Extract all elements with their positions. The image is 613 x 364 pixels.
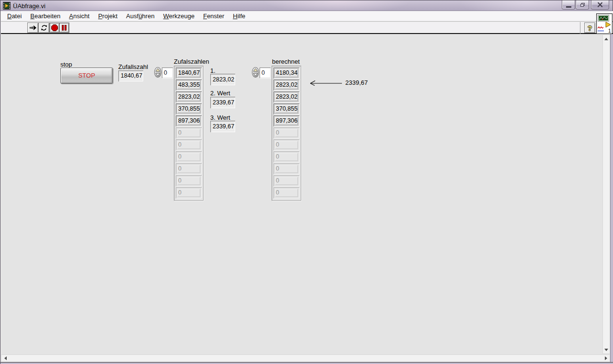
annotation-value: 2339,67: [345, 79, 368, 86]
array-element: 2823,02: [273, 91, 299, 102]
array-element: 2823,02: [176, 91, 202, 102]
wert2-indicator: 2339,67: [210, 97, 235, 108]
menu-item-datei[interactable]: Datei: [3, 11, 26, 21]
window-bottom-frame: [0, 362, 613, 364]
array-element: 370,855: [176, 103, 202, 114]
context-help-button[interactable]: ?: [584, 23, 595, 33]
zufallszahl-indicator: 1840,67: [118, 70, 143, 81]
front-panel: stop STOP Zufallszahl 1840,67 0 Zufalsza…: [1, 34, 602, 354]
window-right-frame: [610, 34, 613, 362]
toolbar: ?: [1, 22, 613, 34]
berechnet-index-field[interactable]: 0: [260, 68, 271, 78]
close-icon: [598, 2, 603, 8]
menu-item-hilfe[interactable]: Hilfe: [228, 11, 250, 21]
wert3-label: 3. Wert: [210, 114, 230, 121]
abort-pause-group: [49, 23, 69, 33]
zufalszahlen-label: Zufalszahlen: [174, 58, 209, 65]
array-element: 0: [273, 139, 299, 150]
vertical-scrollbar[interactable]: [602, 34, 610, 354]
toolbar-separator: [580, 22, 580, 34]
minimize-button[interactable]: [562, 0, 575, 10]
array-element: 1840,67: [176, 68, 202, 79]
berechnet-label: berechnet: [272, 58, 300, 65]
array-element: 0: [176, 151, 202, 162]
scroll-right-icon[interactable]: [602, 355, 609, 362]
spinner-arrows-icon: [155, 68, 161, 77]
horizontal-scrollbar[interactable]: [1, 354, 610, 362]
array-element: 897,306: [176, 115, 202, 126]
title-bar: ÜAbfrage.vi: [0, 0, 613, 11]
wert2-label: 2. Wert: [210, 90, 230, 97]
abort-icon: [51, 24, 58, 32]
array-element: 483,355: [176, 80, 202, 91]
menu-item-werkzeuge[interactable]: Werkzeuge: [159, 11, 199, 21]
menu-item-ansicht[interactable]: Ansicht: [65, 11, 94, 21]
berechnet-index-spinner[interactable]: [252, 67, 259, 78]
minimize-icon: [566, 6, 571, 8]
zufalszahlen-index-spinner[interactable]: [154, 67, 161, 78]
vi-icon-number-glyph: 1: [608, 28, 611, 34]
restore-button[interactable]: [576, 0, 589, 10]
wert3-indicator: 2339,67: [210, 121, 235, 132]
array-element: 0: [273, 151, 299, 162]
labview-app-icon: [3, 2, 11, 10]
run-icon: [29, 24, 37, 32]
spinner-arrows-icon: [252, 68, 259, 77]
wert1-indicator: 2823,02: [210, 74, 235, 85]
menu-bar: Datei Bearbeiten Ansicht Projekt Ausführ…: [1, 11, 613, 22]
array-element: 0: [273, 127, 299, 138]
array-element: 0: [176, 127, 202, 138]
menu-item-projekt[interactable]: Projekt: [94, 11, 122, 21]
array-element: 0: [273, 175, 299, 186]
array-element: 2823,02: [273, 80, 299, 91]
array-element: 0: [273, 163, 299, 174]
array-element: 0: [273, 187, 299, 198]
array-element: 0: [176, 163, 202, 174]
scroll-down-icon[interactable]: [603, 346, 610, 353]
annotation-arrow-icon: [307, 79, 344, 88]
vi-icon-graphic: 1: [597, 14, 612, 34]
array-element: 0: [176, 187, 202, 198]
berechnet-array: 4180,34 2823,02 2823,02 370,855 897,306 …: [272, 66, 301, 201]
abort-button[interactable]: [50, 23, 59, 33]
array-element: 897,306: [273, 115, 299, 126]
array-element: 0: [176, 175, 202, 186]
zufalszahlen-index-field[interactable]: 0: [162, 68, 173, 78]
zufallszahl-label: Zufallszahl: [118, 63, 148, 70]
stop-control-button[interactable]: STOP: [60, 68, 113, 84]
menu-item-fenster[interactable]: Fenster: [199, 11, 228, 21]
scroll-left-icon[interactable]: [2, 355, 9, 362]
continuous-run-icon: [40, 24, 48, 32]
menu-item-ausfuehren[interactable]: Ausführen: [122, 11, 159, 21]
labview-front-panel-window: ÜAbfrage.vi Datei Bearbeiten Ansicht Pro…: [0, 0, 613, 364]
window-title: ÜAbfrage.vi: [13, 2, 45, 10]
array-element: 0: [176, 139, 202, 150]
scroll-up-icon[interactable]: [603, 35, 610, 42]
run-button[interactable]: [27, 23, 38, 33]
help-icon: ?: [588, 24, 592, 32]
array-element: 370,855: [273, 103, 299, 114]
vi-icon[interactable]: 1: [596, 13, 613, 34]
wert1-label: 1.: [210, 67, 216, 74]
menu-item-bearbeiten[interactable]: Bearbeiten: [26, 11, 65, 21]
run-continuously-button[interactable]: [38, 23, 49, 33]
array-element: 4180,34: [273, 68, 299, 79]
zufalszahlen-array: 1840,67 483,355 2823,02 370,855 897,306 …: [174, 66, 204, 201]
restore-icon: [580, 3, 585, 7]
close-button[interactable]: [591, 0, 609, 10]
stop-label: stop: [60, 61, 72, 68]
pause-icon: [60, 24, 68, 32]
pause-button[interactable]: [59, 23, 69, 33]
